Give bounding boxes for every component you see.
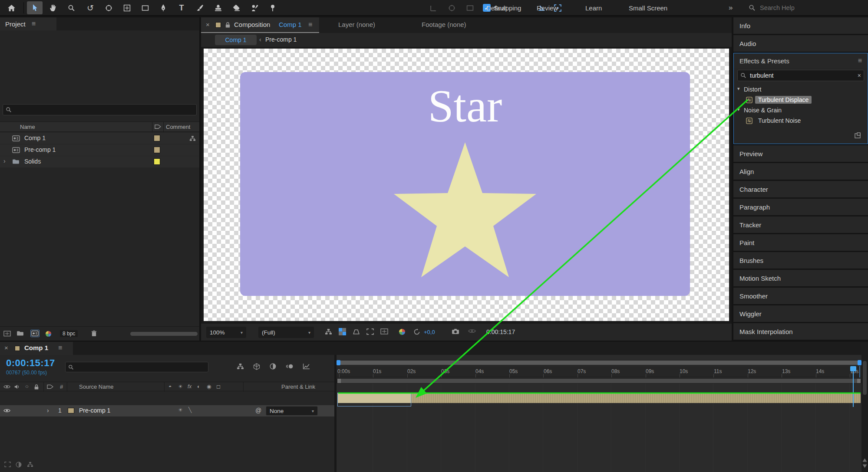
footage-tab[interactable]: Footage (none) (422, 21, 466, 28)
source-name-column-label[interactable]: Source Name (79, 384, 113, 390)
current-timecode-display[interactable]: 0:00:15:17 (6, 357, 55, 369)
quality-toggle[interactable]: ╲ (188, 407, 191, 413)
mask-visibility-button[interactable] (353, 328, 360, 335)
collapse-transformations-toggle[interactable]: ☀ (178, 407, 183, 413)
project-row-comp1[interactable]: Comp 1 (0, 133, 199, 144)
effects-panel-menu-icon[interactable]: ≡ (858, 57, 862, 65)
timeline-search-field[interactable] (65, 362, 208, 372)
snapshot-camera-button[interactable] (452, 328, 459, 334)
character-panel-header[interactable]: Character (733, 181, 868, 197)
smoother-panel-header[interactable]: Smoother (733, 288, 868, 304)
parent-link-column-label[interactable]: Parent & Link (281, 384, 315, 390)
workspace-tab-small-screen[interactable]: Small Screen (629, 0, 667, 16)
brush-tool[interactable] (192, 1, 208, 14)
project-panel-tab[interactable]: Project ≡ (0, 17, 56, 30)
new-folder-button[interactable] (17, 331, 24, 336)
project-row-precomp1[interactable]: Pre-comp 1 (0, 144, 199, 156)
graph-editor-button[interactable] (303, 363, 310, 370)
timeline-scrollbar-thumb[interactable] (863, 361, 867, 395)
workspace-tab-learn[interactable]: Learn (585, 0, 602, 16)
audio-panel-header[interactable]: Audio (733, 35, 868, 52)
align-panel-header[interactable]: Align (733, 163, 868, 180)
clone-stamp-tool[interactable] (210, 1, 226, 14)
mini-flowchart-button[interactable] (325, 328, 332, 335)
breadcrumb-current-chip[interactable]: Comp 1 (215, 35, 257, 45)
composition-tab[interactable]: × Composition Comp 1 ≡ (201, 17, 319, 33)
effects-item-label-selected[interactable]: Turbulent Displace (755, 96, 812, 104)
motion-sketch-panel-header[interactable]: Motion Sketch (733, 270, 868, 286)
lock-icon[interactable] (225, 22, 231, 28)
viewer-timecode[interactable]: 0:00:15:17 (486, 328, 515, 335)
collapse-chevron-icon[interactable]: ▾ (737, 86, 740, 92)
parent-pickwhip-icon[interactable]: @ (255, 407, 261, 414)
navigator-start-handle[interactable] (337, 360, 340, 365)
composition-mini-flowchart-button[interactable] (237, 363, 244, 370)
layer-visibility-toggle[interactable] (3, 408, 10, 413)
effects-item-turbulent-displace[interactable]: Turbulent Displace (734, 95, 868, 105)
project-column-comment[interactable]: Comment (166, 124, 190, 130)
work-area-end-handle[interactable] (857, 379, 861, 383)
workspace-tab-review[interactable]: Review (537, 0, 558, 16)
safe-zones-button[interactable] (380, 328, 388, 334)
exposure-offset-value[interactable]: +0,0 (424, 329, 435, 335)
effects-search-field[interactable]: × (737, 70, 864, 81)
zoom-dropdown[interactable]: 100%▾ (206, 327, 246, 338)
home-button[interactable] (3, 1, 19, 14)
region-of-interest-button[interactable] (366, 328, 374, 335)
current-time-indicator-line[interactable] (853, 366, 854, 407)
effects-group-noise-grain[interactable]: ▾ Noise & Grain (734, 105, 868, 116)
project-search-field[interactable] (3, 104, 197, 115)
parent-link-dropdown[interactable]: None▾ (266, 406, 318, 416)
work-area-bar[interactable] (337, 378, 861, 384)
mask-interpolation-panel-header[interactable]: Mask Interpolation (733, 323, 868, 340)
motion-blur-button[interactable] (286, 363, 294, 370)
effects-item-label[interactable]: Turbulent Noise (758, 117, 801, 124)
timeline-zoom-in-icon[interactable] (862, 464, 867, 468)
work-area-start-handle[interactable] (337, 379, 341, 383)
paragraph-panel-header[interactable]: Paragraph (733, 199, 868, 215)
index-column-label[interactable]: # (60, 384, 63, 390)
layer-duration-bar[interactable] (337, 393, 861, 403)
pen-tool[interactable] (155, 1, 171, 14)
workspace-overflow-chevron[interactable]: » (729, 0, 733, 16)
info-panel-header[interactable]: Info (733, 17, 868, 34)
selection-tool[interactable] (27, 1, 43, 14)
new-preset-panel-icon[interactable] (855, 132, 861, 138)
effects-panel-header[interactable]: Effects & Presets ≡ (734, 53, 868, 68)
breadcrumb-parent[interactable]: Pre-comp 1 (265, 36, 297, 43)
transparency-grid-button[interactable] (339, 328, 346, 335)
help-search-input[interactable] (759, 3, 852, 13)
layer-expand-chevron[interactable]: › (47, 407, 49, 414)
project-column-name[interactable]: Name (20, 124, 35, 130)
brushes-panel-header[interactable]: Brushes (733, 252, 868, 269)
effects-search-input[interactable] (749, 72, 855, 79)
layer-name[interactable]: Pre-comp 1 (79, 407, 110, 414)
viewer-viewport[interactable]: Star (201, 47, 732, 323)
eraser-tool[interactable] (228, 1, 244, 14)
zoom-tool[interactable] (63, 1, 79, 14)
expand-transfer-controls-toggle[interactable] (16, 462, 22, 468)
trash-icon[interactable] (91, 330, 97, 337)
color-depth-button[interactable]: 8 bpc (60, 330, 78, 337)
time-navigator[interactable] (337, 360, 861, 365)
pan-behind-tool[interactable] (119, 1, 135, 14)
type-tool[interactable]: T (174, 1, 189, 14)
channel-color-wheel-button[interactable] (399, 328, 406, 335)
project-item-name[interactable]: Comp 1 (24, 134, 46, 141)
local-axis-mode-button[interactable] (426, 1, 441, 14)
navigator-end-handle[interactable] (858, 360, 861, 365)
timeline-scrollbar-track[interactable] (861, 342, 868, 472)
work-area-span[interactable] (337, 379, 861, 383)
expand-in-out-toggle[interactable] (27, 462, 33, 467)
expand-layer-switches-toggle[interactable] (4, 462, 11, 467)
label-color-column-icon[interactable] (155, 124, 161, 130)
draft-3d-button[interactable] (253, 363, 260, 370)
show-snapshot-button[interactable] (468, 328, 476, 334)
workspace-tab-default[interactable]: Default (486, 0, 507, 16)
hand-tool[interactable] (45, 1, 61, 14)
effects-group-distort[interactable]: ▾ Distort (734, 85, 868, 95)
close-tab-icon[interactable]: × (206, 21, 210, 28)
project-item-name[interactable]: Solids (24, 158, 41, 165)
viewer-panel-menu-icon[interactable]: ≡ (308, 21, 312, 29)
timeline-zoom-out-icon[interactable] (862, 458, 867, 462)
